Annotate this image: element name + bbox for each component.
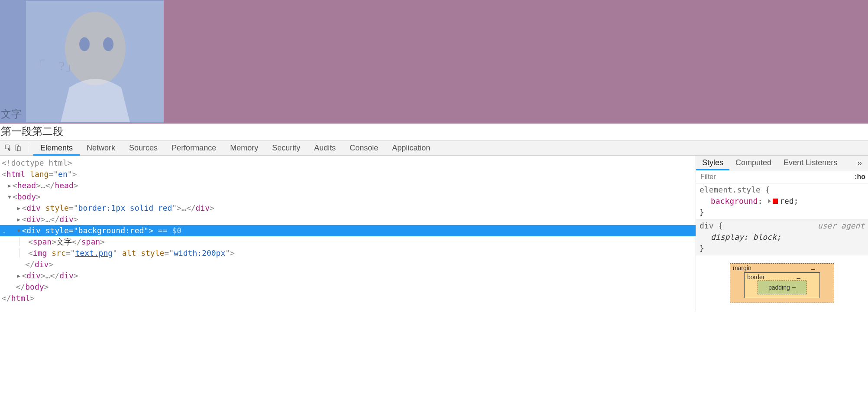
box-margin: margin – border – padding – [730,263,834,303]
separator [28,143,28,153]
dom-span[interactable]: <span>文字</span> [0,236,696,248]
dom-selected-div[interactable]: . ▾<div style="background:red"> == $0 [0,225,696,236]
filter-row: :ho [696,170,868,183]
inspect-icon[interactable] [3,143,13,153]
anime-image: 「 ?」 [26,1,164,122]
styles-tabs: Styles Computed Event Listeners » [696,156,868,170]
dom-div3-close[interactable]: </div> [0,259,696,270]
devtools-body: <!doctype html> <html lang="en"> ▸<head>… [0,156,868,312]
dom-html-close[interactable]: </html> [0,293,696,304]
tab-computed[interactable]: Computed [729,156,777,170]
more-tabs-icon[interactable]: » [855,158,865,168]
tab-console[interactable]: Console [343,140,385,156]
tab-security[interactable]: Security [265,140,307,156]
tab-styles[interactable]: Styles [696,156,729,170]
tab-event-listeners[interactable]: Event Listeners [777,156,843,170]
rule-user-agent[interactable]: user agentdiv { display: block; } [696,219,868,255]
box-padding: padding – [758,281,806,294]
rendered-page: 「 ?」 文字 第一段第二段 [0,0,868,140]
purple-container: 「 ?」 文字 [0,0,868,124]
box-model[interactable]: margin – border – padding – [696,255,868,303]
dom-div2[interactable]: ▸<div>…</div> [0,214,696,225]
svg-text:「　?」: 「 ?」 [33,59,78,73]
overlay-text: 文字 [1,107,22,121]
svg-rect-7 [17,147,20,151]
styles-sidebar: Styles Computed Event Listeners » :ho el… [696,156,868,312]
dom-html-open[interactable]: <html lang="en"> [0,169,696,180]
rule-element-style[interactable]: element.style { background: red; } [696,183,868,219]
tab-application[interactable]: Application [385,140,437,156]
dom-div4[interactable]: ▸<div>…</div> [0,270,696,281]
paragraph-text: 第一段第二段 [0,124,868,140]
tab-audits[interactable]: Audits [307,140,343,156]
tab-memory[interactable]: Memory [223,140,265,156]
element-highlight-overlay: 「 ?」 文字 [0,0,164,123]
tab-elements[interactable]: Elements [33,140,80,156]
svg-point-1 [65,12,126,85]
dom-doctype[interactable]: <!doctype html> [0,157,696,169]
device-toolbar-icon[interactable] [13,143,23,153]
tab-sources[interactable]: Sources [122,140,165,156]
color-swatch-icon[interactable] [773,199,778,204]
tab-performance[interactable]: Performance [165,140,223,156]
style-rules: element.style { background: red; } user … [696,183,868,255]
dom-body-open[interactable]: ▾<body> [0,191,696,202]
devtools-tabbar: Elements Network Sources Performance Mem… [0,140,868,156]
elements-tree[interactable]: <!doctype html> <html lang="en"> ▸<head>… [0,156,696,312]
svg-point-3 [103,37,113,51]
tab-network[interactable]: Network [80,140,122,156]
expand-value-icon[interactable] [768,199,771,203]
filter-input[interactable] [696,171,852,183]
dom-body-close[interactable]: </body> [0,281,696,293]
dom-div1[interactable]: ▸<div style="border:1px solid red">…</di… [0,202,696,214]
dom-head[interactable]: ▸<head>…</head> [0,180,696,191]
svg-point-2 [79,37,90,51]
hov-toggle[interactable]: :ho [852,173,868,181]
dom-img[interactable]: <img src="text.png" alt style="width:200… [0,248,696,259]
box-border: border – padding – [744,272,820,298]
